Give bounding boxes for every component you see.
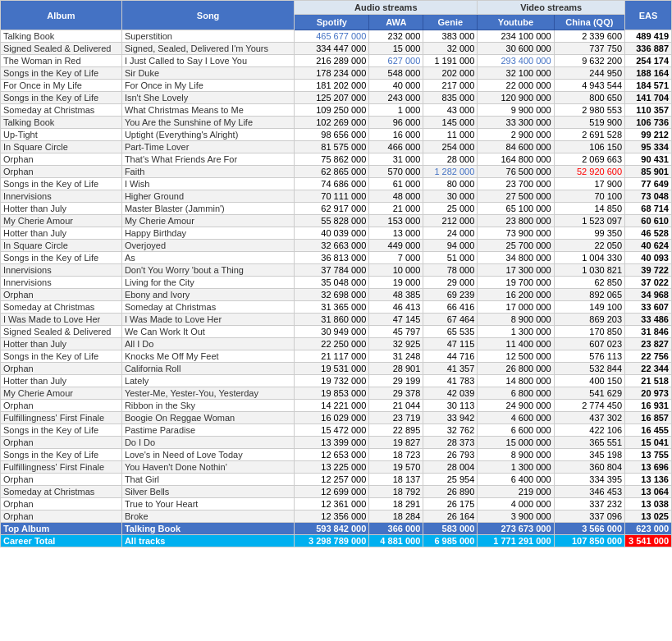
china-cell: 1 030 821 xyxy=(554,264,624,277)
youtube-cell: 15 000 000 xyxy=(478,437,554,449)
spotify-cell: 74 686 000 xyxy=(295,178,369,190)
spotify-cell: 75 862 000 xyxy=(295,153,369,166)
table-row: Orphan Faith 62 865 000 570 000 1 282 00… xyxy=(1,166,672,178)
song-cell: Higher Ground xyxy=(121,190,294,203)
china-cell: 800 650 xyxy=(554,92,624,104)
china-cell: 1 523 097 xyxy=(554,215,624,227)
china-cell: 4 943 544 xyxy=(554,80,624,92)
spotify-cell: 62 865 000 xyxy=(295,166,369,178)
youtube-cell: 120 900 000 xyxy=(478,92,554,104)
youtube-cell: 9 900 000 xyxy=(478,104,554,117)
eas-cell: 16 455 xyxy=(625,424,672,437)
awa-cell: 48 000 xyxy=(369,190,423,203)
youtube-cell: 25 700 000 xyxy=(478,240,554,252)
spotify-cell: 62 917 000 xyxy=(295,203,369,215)
table-row: Songs in the Key of Life Sir Duke 178 23… xyxy=(1,67,672,80)
awa-cell: 15 000 xyxy=(369,43,423,55)
spotify-cell: 19 732 000 xyxy=(295,375,369,387)
eas-cell: 40 093 xyxy=(625,252,672,264)
china-cell: 360 804 xyxy=(554,461,624,474)
table-row: The Woman in Red I Just Called to Say I … xyxy=(1,55,672,67)
youtube-header: Youtube xyxy=(478,15,554,30)
awa-cell: 21 044 xyxy=(369,400,423,412)
eas-cell: 106 736 xyxy=(625,117,672,129)
eas-cell: 254 174 xyxy=(625,55,672,67)
spotify-cell: 19 853 000 xyxy=(295,387,369,400)
youtube-cell: 17 000 000 xyxy=(478,301,554,314)
spotify-cell: 32 698 000 xyxy=(295,289,369,301)
song-cell: Pastime Paradise xyxy=(121,424,294,437)
awa-cell: 29 199 xyxy=(369,375,423,387)
spotify-cell: 40 039 000 xyxy=(295,227,369,240)
song-cell: Knocks Me Off My Feet xyxy=(121,350,294,363)
song-cell: Part-Time Lover xyxy=(121,141,294,153)
album-cell: Signed Sealed & Delivered xyxy=(1,43,122,55)
eas-cell: 90 431 xyxy=(625,153,672,166)
album-header: Album xyxy=(1,1,122,30)
awa-cell: 19 000 xyxy=(369,277,423,289)
video-streams-header: Video streams xyxy=(478,1,625,15)
china-cell: 337 232 xyxy=(554,498,624,511)
song-cell: Signed, Sealed, Delivered I'm Yours xyxy=(121,43,294,55)
album-cell: Signed Sealed & Delivered xyxy=(1,326,122,338)
awa-cell: 466 000 xyxy=(369,141,423,153)
album-cell: Hotter than July xyxy=(1,227,122,240)
genie-cell: 25 000 xyxy=(423,203,478,215)
china-cell: 437 302 xyxy=(554,412,624,424)
table-row: Orphan Broke 12 356 000 18 284 26 164 3 … xyxy=(1,511,672,523)
awa-cell: 18 291 xyxy=(369,498,423,511)
genie-cell: 202 000 xyxy=(423,67,478,80)
spotify-cell: 31 860 000 xyxy=(295,314,369,326)
china-cell: 532 844 xyxy=(554,363,624,375)
table-row: Songs in the Key of Life Isn't She Lovel… xyxy=(1,92,672,104)
table-row: Signed Sealed & Delivered Signed, Sealed… xyxy=(1,43,672,55)
song-cell: What Christmas Means to Me xyxy=(121,104,294,117)
top-album-spotify: 593 842 000 xyxy=(295,523,369,535)
youtube-cell: 6 400 000 xyxy=(478,474,554,486)
genie-cell: 28 004 xyxy=(423,461,478,474)
album-cell: My Cherie Amour xyxy=(1,387,122,400)
album-cell: Fulfillingness' First Finale xyxy=(1,412,122,424)
album-cell: Orphan xyxy=(1,511,122,523)
awa-cell: 23 719 xyxy=(369,412,423,424)
genie-cell: 94 000 xyxy=(423,240,478,252)
spotify-cell: 125 207 000 xyxy=(295,92,369,104)
top-album-youtube: 273 673 000 xyxy=(478,523,554,535)
spotify-cell: 12 257 000 xyxy=(295,474,369,486)
table-row: Someday at Christmas What Christmas Mean… xyxy=(1,104,672,117)
youtube-cell: 219 000 xyxy=(478,486,554,498)
youtube-cell: 27 500 000 xyxy=(478,190,554,203)
genie-cell: 67 464 xyxy=(423,314,478,326)
awa-header: AWA xyxy=(369,15,423,30)
spotify-cell: 216 289 000 xyxy=(295,55,369,67)
china-cell: 869 203 xyxy=(554,314,624,326)
table-row: Songs in the Key of Life Love's in Need … xyxy=(1,449,672,461)
awa-cell: 61 000 xyxy=(369,178,423,190)
china-cell: 2 691 528 xyxy=(554,129,624,141)
top-album-label: Top Album xyxy=(1,523,122,535)
youtube-cell: 12 500 000 xyxy=(478,350,554,363)
song-cell: Ebony and Ivory xyxy=(121,289,294,301)
eas-cell: 16 931 xyxy=(625,400,672,412)
song-cell: Yester-Me, Yester-You, Yesterday xyxy=(121,387,294,400)
eas-cell: 46 528 xyxy=(625,227,672,240)
genie-cell: 65 535 xyxy=(423,326,478,338)
eas-cell: 21 518 xyxy=(625,375,672,387)
youtube-cell: 8 900 000 xyxy=(478,314,554,326)
song-cell: We Can Work It Out xyxy=(121,326,294,338)
eas-cell: 20 973 xyxy=(625,387,672,400)
china-cell: 541 629 xyxy=(554,387,624,400)
career-total-eas: 3 541 000 xyxy=(625,535,672,547)
genie-cell: 26 793 xyxy=(423,449,478,461)
top-album-row: Top Album Talking Book 593 842 000 366 0… xyxy=(1,523,672,535)
china-cell: 2 980 553 xyxy=(554,104,624,117)
awa-cell: 18 792 xyxy=(369,486,423,498)
china-cell: 337 096 xyxy=(554,511,624,523)
awa-cell: 1 000 xyxy=(369,104,423,117)
genie-cell: 1 191 000 xyxy=(423,55,478,67)
album-cell: Orphan xyxy=(1,289,122,301)
song-cell: My Cherie Amour xyxy=(121,215,294,227)
song-cell: Boogie On Reggae Woman xyxy=(121,412,294,424)
china-cell: 149 100 xyxy=(554,301,624,314)
eas-cell: 40 624 xyxy=(625,240,672,252)
